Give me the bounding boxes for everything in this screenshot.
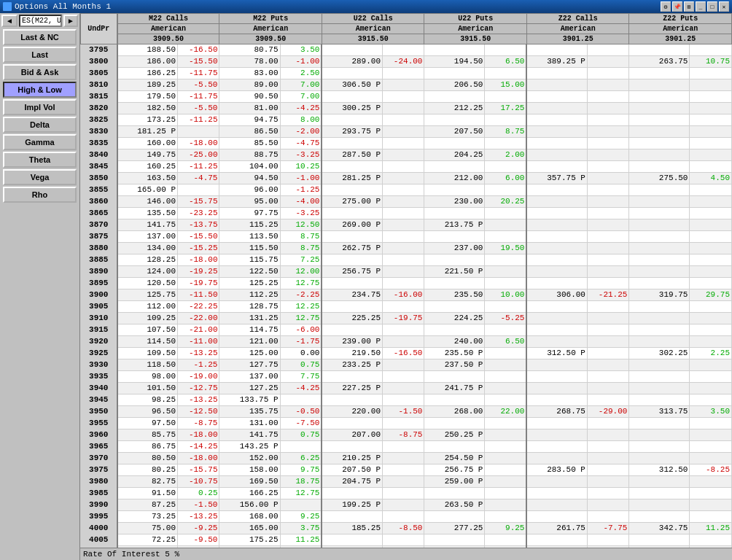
- detach-btn[interactable]: ⊞: [684, 1, 694, 12]
- bid-ask-button[interactable]: Bid & Ask: [3, 64, 77, 80]
- u22p-val: [424, 394, 485, 406]
- strike-cell: 3885: [81, 254, 117, 266]
- m22p-chg: 7.75: [280, 371, 322, 383]
- z22p-chg: [690, 79, 732, 91]
- z22p-val: 275.50: [629, 173, 690, 184]
- rho-button[interactable]: Rho: [3, 187, 77, 203]
- table-row: 3910109.25-22.00131.2512.75225.25-19.752…: [81, 313, 732, 324]
- table-row: 3800186.00-15.5078.00-1.00289.00-24.0019…: [81, 56, 732, 68]
- u22c-val: [322, 301, 382, 313]
- m22p-chg: [280, 441, 322, 453]
- z22p-val: [629, 138, 690, 149]
- u22c-chg: [382, 44, 424, 56]
- m22p-val: 131.00: [219, 418, 280, 429]
- u22p-chg: [485, 371, 526, 383]
- u22c-val: 185.25: [322, 523, 382, 534]
- minimize-btn[interactable]: _: [696, 1, 706, 12]
- z22p-chg: [690, 453, 732, 464]
- z22p-val: [629, 301, 690, 313]
- options-table-container[interactable]: UndPr M22 Calls M22 Puts U22 Calls U22 P…: [80, 13, 732, 548]
- z22c-chg: [587, 324, 628, 336]
- z22c-chg: [587, 79, 628, 91]
- nav-row: ◄ ES(M22, U22, ... ►: [0, 13, 79, 28]
- m22c-val: 160.00: [117, 138, 178, 149]
- z22p-val: [629, 488, 690, 499]
- z22c-val: [526, 196, 587, 208]
- z22p-val: [629, 91, 690, 103]
- m22p-val: 85.50: [219, 138, 280, 149]
- pin-btn[interactable]: 📌: [672, 1, 682, 12]
- m22c-val: 137.00: [117, 231, 178, 243]
- high-low-button[interactable]: High & Low: [3, 82, 77, 98]
- gamma-button[interactable]: Gamma: [3, 134, 77, 150]
- u22c-chg: [382, 254, 424, 266]
- options-table: UndPr M22 Calls M22 Puts U22 Calls U22 P…: [80, 13, 732, 548]
- u22p-val: 277.25: [424, 523, 485, 534]
- z22p-val: [629, 324, 690, 336]
- table-row: 3920114.50-11.00121.00-1.75239.00 P240.0…: [81, 336, 732, 348]
- last-button[interactable]: Last: [3, 47, 77, 63]
- u22p-val: [424, 91, 485, 103]
- left-panel: ◄ ES(M22, U22, ... ► Last & NC Last Bid …: [0, 13, 80, 560]
- vega-button[interactable]: Vega: [3, 169, 77, 185]
- u22p-chg: 22.00: [485, 406, 526, 418]
- m22c-val: 120.50: [117, 278, 178, 289]
- m22p-chg: 11.25: [280, 534, 322, 546]
- m22p-val: 125.00: [219, 348, 280, 359]
- m22p-val: 122.50: [219, 266, 280, 278]
- u22p-val: 259.00 P: [424, 476, 485, 488]
- u22c-chg: -24.00: [382, 56, 424, 68]
- m22p-chg: -0.50: [280, 406, 322, 418]
- u22c-val: 225.25: [322, 313, 382, 324]
- strike-cell: 3930: [81, 359, 117, 371]
- z22c-chg: [587, 511, 628, 523]
- m22p-val: 175.25: [219, 534, 280, 546]
- u22c-val: 199.25 P: [322, 499, 382, 511]
- strike-cell: 3920: [81, 336, 117, 348]
- z22c-chg: [587, 44, 628, 56]
- u22p-chg: [485, 429, 526, 441]
- z22c-chg: [587, 266, 628, 278]
- z22p-val: [629, 68, 690, 79]
- u22p-val: 207.50: [424, 126, 485, 138]
- impl-vol-button[interactable]: Impl Vol: [3, 99, 77, 115]
- u22p-val: [424, 534, 485, 546]
- u22-puts-header: U22 Puts: [424, 14, 526, 24]
- last-nc-button[interactable]: Last & NC: [3, 29, 77, 45]
- m22p-chg: 7.25: [280, 254, 322, 266]
- table-row: 397080.50-18.00152.006.25210.25 P254.50 …: [81, 453, 732, 464]
- u22p-chg: [485, 231, 526, 243]
- maximize-btn[interactable]: □: [707, 1, 717, 12]
- z22c-chg: [587, 173, 628, 184]
- m22p-chg: 18.75: [280, 476, 322, 488]
- m22c-val: 75.00: [117, 523, 178, 534]
- table-row: 3870141.75-13.75115.2512.50269.00 P213.7…: [81, 219, 732, 231]
- z22c-chg: [587, 476, 628, 488]
- u22c-chg: [382, 441, 424, 453]
- z22p-chg: [690, 184, 732, 196]
- next-btn[interactable]: ►: [63, 15, 78, 27]
- m22p-chg: -4.75: [280, 138, 322, 149]
- u22c-val: 256.75 P: [322, 266, 382, 278]
- u22c-chg: [382, 138, 424, 149]
- m22c-chg: -11.25: [178, 161, 219, 173]
- theta-button[interactable]: Theta: [3, 152, 77, 168]
- close-btn[interactable]: ✕: [719, 1, 729, 12]
- z22c-chg: [587, 394, 628, 406]
- delta-button[interactable]: Delta: [3, 117, 77, 133]
- settings-btn[interactable]: ⚙: [661, 1, 671, 12]
- m22p-val: 97.75: [219, 208, 280, 219]
- z22c-chg: [587, 534, 628, 546]
- z22c-val: [526, 68, 587, 79]
- z22c-chg: [587, 138, 628, 149]
- z22p-val: [629, 476, 690, 488]
- z22p-chg: [690, 324, 732, 336]
- m22c-chg: -13.25: [178, 348, 219, 359]
- table-row: 3820182.50-5.5081.00-4.25300.25 P212.251…: [81, 103, 732, 114]
- z22p-chg: [690, 313, 732, 324]
- m22c-chg: -12.75: [178, 383, 219, 394]
- u22c-val: [322, 138, 382, 149]
- m22p-val: 125.25: [219, 278, 280, 289]
- undpr-header: UndPr: [81, 14, 117, 44]
- prev-btn[interactable]: ◄: [1, 15, 17, 27]
